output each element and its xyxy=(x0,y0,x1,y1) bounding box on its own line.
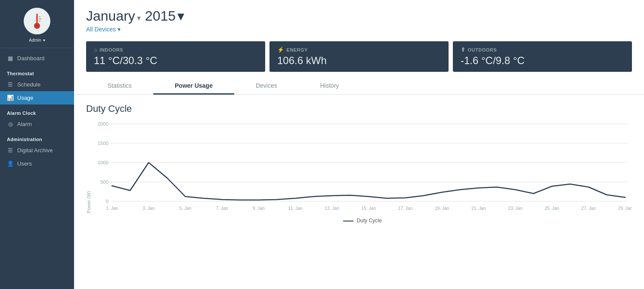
tab-devices[interactable]: Devices xyxy=(234,78,299,95)
svg-text:1000: 1000 xyxy=(98,160,108,165)
svg-text:17. Jan: 17. Jan xyxy=(398,206,413,211)
svg-text:13. Jan: 13. Jan xyxy=(325,206,339,211)
tab-history[interactable]: History xyxy=(299,78,361,95)
device-chevron-icon: ▾ xyxy=(118,26,121,33)
nav-item-dashboard[interactable]: ▦ Dashboard xyxy=(0,52,74,65)
legend-label: Duty Cycle xyxy=(357,218,382,224)
month-chevron-icon: ▾ xyxy=(137,13,141,23)
svg-text:0: 0 xyxy=(106,199,108,204)
energy-value: 106.6 kWh xyxy=(277,55,441,67)
tab-statistics[interactable]: Statistics xyxy=(86,78,153,95)
svg-text:7. Jan: 7. Jan xyxy=(216,206,228,211)
main-content: January▾ 2015▾ All Devices ▾ ⌂ INDOORS 1… xyxy=(74,0,644,289)
nav-item-alarm[interactable]: ◎ Alarm xyxy=(0,117,74,131)
month-selector[interactable]: January▾ xyxy=(86,8,141,24)
svg-rect-2 xyxy=(36,15,38,23)
svg-text:5. Jan: 5. Jan xyxy=(180,206,192,211)
admin-name: Admin xyxy=(29,38,41,43)
energy-label: ⚡ ENERGY xyxy=(277,46,441,53)
admin-label[interactable]: Admin ▾ xyxy=(29,38,45,43)
year-label: 2015 xyxy=(145,8,176,24)
stat-card-indoors: ⌂ INDOORS 11 °C/30.3 °C xyxy=(86,41,265,72)
nav-label-dashboard: Dashboard xyxy=(17,55,45,61)
y-axis-label: Power (W) xyxy=(86,191,91,213)
svg-text:3. Jan: 3. Jan xyxy=(142,206,155,211)
nav-label-usage: Usage xyxy=(17,95,34,101)
device-label: All Devices xyxy=(86,26,116,33)
nav-item-users[interactable]: 👤 Users xyxy=(0,157,74,170)
nav-item-usage[interactable]: 📊 Usage xyxy=(0,91,74,105)
header: January▾ 2015▾ All Devices ▾ xyxy=(74,0,644,37)
device-selector[interactable]: All Devices ▾ xyxy=(86,26,632,33)
tabs: Statistics Power Usage Devices History xyxy=(74,78,644,95)
month-label: January xyxy=(86,8,135,24)
schedule-icon: ☰ xyxy=(7,81,14,88)
svg-text:19. Jan: 19. Jan xyxy=(435,206,449,211)
svg-text:21. Jan: 21. Jan xyxy=(471,206,486,211)
section-thermostat: Thermostat xyxy=(0,65,74,78)
indoors-value: 11 °C/30.3 °C xyxy=(94,55,257,67)
chart-inner: 2000 1500 1000 500 0 1. Jan 3. Jan 5. Ja… xyxy=(93,120,632,285)
indoors-label: ⌂ INDOORS xyxy=(94,46,257,53)
year-selector[interactable]: 2015▾ xyxy=(145,8,184,24)
outdoors-label: ⬆ OUTDOORS xyxy=(461,46,624,53)
year-chevron-icon: ▾ xyxy=(177,8,184,24)
chart-legend: Duty Cycle xyxy=(93,218,632,224)
svg-text:25. Jan: 25. Jan xyxy=(545,206,559,211)
energy-icon: ⚡ xyxy=(277,46,285,53)
nav-label-users: Users xyxy=(17,160,32,167)
svg-text:1500: 1500 xyxy=(98,141,108,146)
logo-area: Admin ▾ xyxy=(0,0,74,48)
svg-text:9. Jan: 9. Jan xyxy=(253,206,265,211)
sidebar: Admin ▾ ▦ Dashboard Thermostat ☰ Schedul… xyxy=(0,0,74,289)
digital-archive-icon: ☰ xyxy=(7,147,14,154)
alarm-icon: ◎ xyxy=(7,121,14,127)
svg-text:23. Jan: 23. Jan xyxy=(508,206,523,211)
chart-svg: 2000 1500 1000 500 0 1. Jan 3. Jan 5. Ja… xyxy=(93,120,632,214)
stat-card-outdoors: ⬆ OUTDOORS -1.6 °C/9.8 °C xyxy=(453,41,632,72)
svg-text:1. Jan: 1. Jan xyxy=(106,206,118,211)
chart-title: Duty Cycle xyxy=(86,103,632,114)
nav-label-schedule: Schedule xyxy=(17,81,40,88)
dashboard-icon: ▦ xyxy=(7,55,14,61)
nav-label-alarm: Alarm xyxy=(17,121,32,127)
indoors-icon: ⌂ xyxy=(94,46,97,53)
outdoors-value: -1.6 °C/9.8 °C xyxy=(461,55,624,67)
users-icon: 👤 xyxy=(7,160,14,167)
svg-text:27. Jan: 27. Jan xyxy=(582,206,596,211)
svg-point-1 xyxy=(34,23,40,29)
logo-icon xyxy=(24,8,50,34)
nav-item-schedule[interactable]: ☰ Schedule xyxy=(0,78,74,91)
section-alarm-clock: Alarm Clock xyxy=(0,105,74,117)
nav-label-digital-archive: Digital Archive xyxy=(17,147,53,154)
tab-power-usage[interactable]: Power Usage xyxy=(153,78,234,95)
section-administration: Administration xyxy=(0,131,74,144)
chart-container: Power (W) 2000 1500 1000 500 0 xyxy=(86,120,632,285)
legend-line-icon xyxy=(343,221,353,221)
chart-area: Duty Cycle Power (W) 2000 1500 1000 500 … xyxy=(74,95,644,289)
admin-chevron-icon: ▾ xyxy=(43,38,45,43)
svg-text:500: 500 xyxy=(100,179,108,184)
svg-text:29. Jan: 29. Jan xyxy=(618,206,632,211)
svg-text:2000: 2000 xyxy=(98,121,108,126)
svg-text:15. Jan: 15. Jan xyxy=(362,206,376,211)
stat-card-energy: ⚡ ENERGY 106.6 kWh xyxy=(269,41,449,72)
stat-cards: ⌂ INDOORS 11 °C/30.3 °C ⚡ ENERGY 106.6 k… xyxy=(74,37,644,72)
svg-text:11. Jan: 11. Jan xyxy=(288,206,303,211)
outdoors-icon: ⬆ xyxy=(461,46,466,53)
nav-item-digital-archive[interactable]: ☰ Digital Archive xyxy=(0,144,74,157)
usage-icon: 📊 xyxy=(7,95,14,101)
